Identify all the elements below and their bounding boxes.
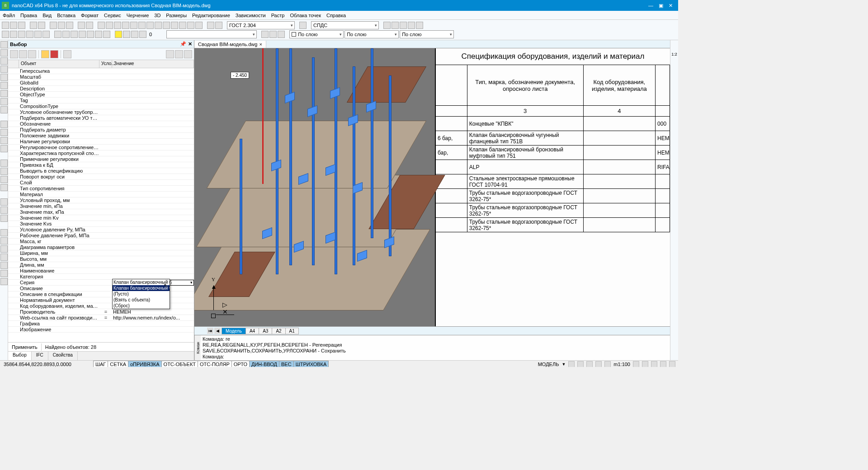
property-row[interactable]: Рабочее давление Рраб, МПа: [8, 233, 194, 239]
command-line[interactable]: Коман Команда: геRE,REA,REGENALL,КУ,РГ,Р…: [194, 335, 670, 360]
tool-icon[interactable]: [0, 254, 8, 261]
property-row[interactable]: Поворот вокруг оси: [8, 174, 194, 180]
scale-tool-icon[interactable]: 1:2: [671, 52, 678, 56]
cut-icon[interactable]: [50, 22, 57, 29]
status-icon[interactable]: [577, 361, 584, 367]
status-toggle[interactable]: ВЕС: [279, 361, 294, 367]
text-style-combo[interactable]: ГОСТ 2.304: [227, 21, 295, 29]
tool-icon[interactable]: [0, 270, 8, 277]
property-row[interactable]: Примечание регулировки: [8, 156, 194, 162]
scale-display[interactable]: m1:100: [613, 362, 630, 367]
property-row[interactable]: Значение min, кПа: [8, 203, 194, 209]
tool-icon[interactable]: [207, 22, 214, 29]
property-row[interactable]: Выводить в спецификацию: [8, 168, 194, 174]
tool-icon[interactable]: [106, 22, 113, 29]
tool-icon[interactable]: [383, 22, 391, 29]
tool-icon[interactable]: [131, 31, 138, 38]
menu-формат[interactable]: Формат: [81, 13, 99, 18]
property-row[interactable]: Обозначение: [8, 121, 194, 127]
panel-tool-icon[interactable]: [10, 50, 18, 58]
lineweight-combo[interactable]: По слою: [400, 30, 454, 38]
circle-icon[interactable]: [0, 74, 8, 81]
rect-icon[interactable]: [0, 66, 8, 73]
col-object[interactable]: Объект: [19, 60, 99, 68]
tool-icon[interactable]: [392, 22, 399, 29]
standard-combo[interactable]: СПДС: [311, 21, 379, 29]
status-icon[interactable]: [568, 361, 575, 367]
dropdown-item[interactable]: (Сброс): [113, 303, 170, 309]
panel-tool-icon[interactable]: [184, 50, 192, 58]
panel-tab[interactable]: IFC: [32, 352, 48, 360]
prop-condition[interactable]: =: [99, 315, 112, 320]
menu-вид[interactable]: Вид: [42, 13, 52, 18]
status-icon[interactable]: [633, 361, 639, 367]
status-icon[interactable]: [642, 361, 648, 367]
arc-icon[interactable]: [0, 82, 8, 89]
tool-icon[interactable]: [2, 31, 9, 38]
tool-icon[interactable]: [98, 22, 105, 29]
tool-icon[interactable]: [103, 31, 110, 38]
tool-icon[interactable]: [0, 215, 8, 222]
open-icon[interactable]: [10, 22, 17, 29]
panel-tool-icon[interactable]: [28, 50, 36, 58]
tool-icon[interactable]: [0, 145, 8, 152]
tool-icon[interactable]: [400, 22, 407, 29]
property-row[interactable]: Tag: [8, 98, 194, 103]
tool-icon[interactable]: [62, 31, 70, 38]
new-icon[interactable]: [2, 22, 9, 29]
minimize-button[interactable]: —: [648, 3, 653, 9]
tool-icon[interactable]: [408, 22, 415, 29]
close-button[interactable]: ✕: [669, 3, 673, 9]
property-row[interactable]: Значение min Kv: [8, 215, 194, 221]
text-icon[interactable]: [0, 168, 8, 175]
tool-icon[interactable]: [0, 198, 8, 206]
color-combo[interactable]: По слою: [289, 30, 344, 38]
delete-icon[interactable]: [50, 50, 58, 58]
property-row[interactable]: GlobalId: [8, 80, 194, 86]
3d-model-view[interactable]: - 2.450 Y ▲ ▷ ✕: [194, 48, 435, 326]
status-icon[interactable]: [669, 361, 675, 367]
menu-облака точек[interactable]: Облака точек: [290, 13, 321, 18]
linetype-combo[interactable]: По слою: [344, 30, 399, 38]
property-row[interactable]: Условное обозначение трубопровода: [8, 109, 194, 115]
status-toggle[interactable]: ДИН-ВВОД: [249, 361, 279, 367]
status-icon[interactable]: [651, 361, 657, 367]
tool-icon[interactable]: [123, 31, 130, 38]
property-row[interactable]: Ширина, мм: [8, 250, 194, 256]
maximize-button[interactable]: ▣: [659, 3, 663, 9]
property-row[interactable]: Слой: [8, 180, 194, 186]
property-row[interactable]: CompositionType: [8, 103, 194, 109]
tool-icon[interactable]: [0, 176, 8, 183]
tool-icon[interactable]: [95, 31, 102, 38]
layout-tab[interactable]: A4: [245, 328, 259, 334]
menu-редактирование[interactable]: Редактирование: [192, 13, 230, 18]
panel-close-icon[interactable]: ✕: [188, 41, 192, 47]
property-row[interactable]: Наименование: [8, 268, 194, 274]
tool-icon[interactable]: [278, 31, 285, 38]
polyline-icon[interactable]: [0, 57, 8, 65]
doc-tab-active[interactable]: Сводная BIM-модель.dwg×: [194, 41, 266, 48]
tool-icon[interactable]: [0, 121, 8, 128]
bulb-icon[interactable]: [115, 31, 122, 38]
prop-value[interactable]: HEMEH: [112, 309, 194, 315]
tool-icon[interactable]: [87, 31, 94, 38]
tool-icon[interactable]: [122, 22, 129, 29]
tool-icon[interactable]: [79, 31, 86, 38]
tool-icon[interactable]: [34, 31, 42, 38]
dropdown-item[interactable]: Клапан балансировочный брон: [113, 279, 170, 285]
point-icon[interactable]: [0, 106, 8, 113]
prop-condition[interactable]: =: [99, 309, 112, 315]
tab-nav-prev[interactable]: ◀: [214, 328, 221, 334]
property-row[interactable]: Регулировочное сопротивление, кПа: [8, 145, 194, 150]
tool-icon[interactable]: [0, 41, 8, 48]
tool-icon[interactable]: [187, 22, 194, 29]
panel-tool-icon[interactable]: [19, 50, 27, 58]
tool-icon[interactable]: [163, 22, 170, 29]
property-row[interactable]: Значение Kvs: [8, 221, 194, 227]
menu-размеры[interactable]: Размеры: [166, 13, 187, 18]
status-toggle[interactable]: оПРИВЯЗКА: [128, 361, 162, 367]
status-toggle[interactable]: ОТС-ОБЪЕКТ: [161, 361, 198, 367]
property-row[interactable]: Длина, мм: [8, 262, 194, 268]
undo-icon[interactable]: [78, 22, 85, 29]
tool-icon[interactable]: [0, 160, 8, 167]
